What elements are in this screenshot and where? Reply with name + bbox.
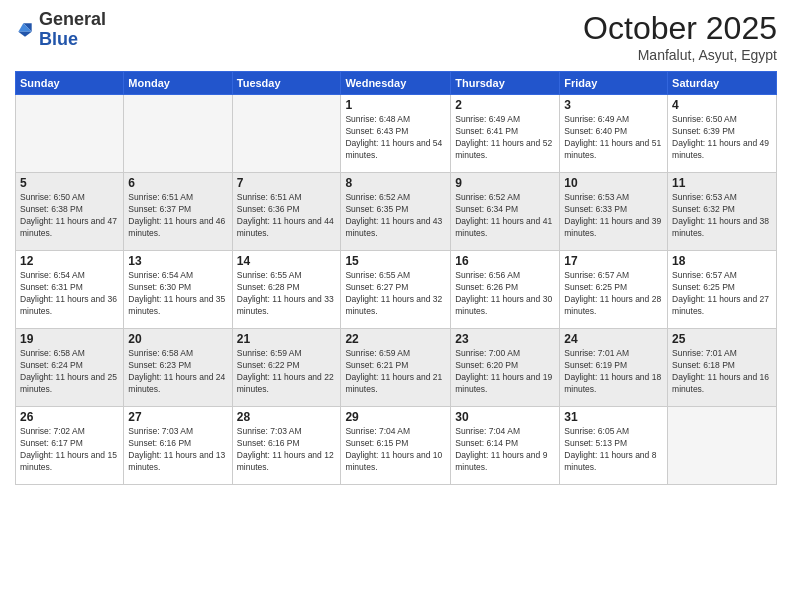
calendar-week-row: 1Sunrise: 6:48 AMSunset: 6:43 PMDaylight… [16, 95, 777, 173]
day-number: 26 [20, 410, 119, 424]
table-row: 12Sunrise: 6:54 AMSunset: 6:31 PMDayligh… [16, 251, 124, 329]
day-info: Sunrise: 7:02 AMSunset: 6:17 PMDaylight:… [20, 426, 119, 474]
sunset-text: Sunset: 6:34 PM [455, 204, 518, 214]
day-number: 15 [345, 254, 446, 268]
day-number: 1 [345, 98, 446, 112]
day-number: 17 [564, 254, 663, 268]
daylight-text: Daylight: 11 hours and 21 minutes. [345, 372, 442, 394]
daylight-text: Daylight: 11 hours and 49 minutes. [672, 138, 769, 160]
table-row: 10Sunrise: 6:53 AMSunset: 6:33 PMDayligh… [560, 173, 668, 251]
day-number: 20 [128, 332, 227, 346]
day-info: Sunrise: 6:49 AMSunset: 6:41 PMDaylight:… [455, 114, 555, 162]
sunrise-text: Sunrise: 6:59 AM [345, 348, 410, 358]
sunrise-text: Sunrise: 6:58 AM [20, 348, 85, 358]
day-number: 18 [672, 254, 772, 268]
day-info: Sunrise: 7:01 AMSunset: 6:18 PMDaylight:… [672, 348, 772, 396]
daylight-text: Daylight: 11 hours and 43 minutes. [345, 216, 442, 238]
day-info: Sunrise: 6:51 AMSunset: 6:36 PMDaylight:… [237, 192, 337, 240]
day-info: Sunrise: 6:55 AMSunset: 6:27 PMDaylight:… [345, 270, 446, 318]
table-row: 6Sunrise: 6:51 AMSunset: 6:37 PMDaylight… [124, 173, 232, 251]
day-info: Sunrise: 7:03 AMSunset: 6:16 PMDaylight:… [237, 426, 337, 474]
sunrise-text: Sunrise: 6:53 AM [672, 192, 737, 202]
daylight-text: Daylight: 11 hours and 39 minutes. [564, 216, 661, 238]
day-info: Sunrise: 6:56 AMSunset: 6:26 PMDaylight:… [455, 270, 555, 318]
sunrise-text: Sunrise: 6:48 AM [345, 114, 410, 124]
sunrise-text: Sunrise: 7:04 AM [455, 426, 520, 436]
month-title: October 2025 [583, 10, 777, 47]
day-number: 21 [237, 332, 337, 346]
sunrise-text: Sunrise: 6:54 AM [128, 270, 193, 280]
day-info: Sunrise: 6:48 AMSunset: 6:43 PMDaylight:… [345, 114, 446, 162]
sunrise-text: Sunrise: 6:53 AM [564, 192, 629, 202]
daylight-text: Daylight: 11 hours and 8 minutes. [564, 450, 656, 472]
day-info: Sunrise: 6:57 AMSunset: 6:25 PMDaylight:… [564, 270, 663, 318]
day-info: Sunrise: 6:58 AMSunset: 6:24 PMDaylight:… [20, 348, 119, 396]
daylight-text: Daylight: 11 hours and 33 minutes. [237, 294, 334, 316]
location-title: Manfalut, Asyut, Egypt [583, 47, 777, 63]
sunrise-text: Sunrise: 6:50 AM [20, 192, 85, 202]
day-number: 13 [128, 254, 227, 268]
logo-blue: Blue [39, 29, 78, 49]
calendar-header-row: Sunday Monday Tuesday Wednesday Thursday… [16, 72, 777, 95]
sunset-text: Sunset: 6:35 PM [345, 204, 408, 214]
sunset-text: Sunset: 6:23 PM [128, 360, 191, 370]
sunset-text: Sunset: 6:17 PM [20, 438, 83, 448]
sunrise-text: Sunrise: 6:59 AM [237, 348, 302, 358]
sunset-text: Sunset: 5:13 PM [564, 438, 627, 448]
header: General Blue October 2025 Manfalut, Asyu… [15, 10, 777, 63]
table-row: 22Sunrise: 6:59 AMSunset: 6:21 PMDayligh… [341, 329, 451, 407]
sunset-text: Sunset: 6:41 PM [455, 126, 518, 136]
sunrise-text: Sunrise: 6:51 AM [237, 192, 302, 202]
sunrise-text: Sunrise: 7:01 AM [564, 348, 629, 358]
table-row: 26Sunrise: 7:02 AMSunset: 6:17 PMDayligh… [16, 407, 124, 485]
table-row: 8Sunrise: 6:52 AMSunset: 6:35 PMDaylight… [341, 173, 451, 251]
col-friday: Friday [560, 72, 668, 95]
day-number: 31 [564, 410, 663, 424]
day-number: 29 [345, 410, 446, 424]
table-row: 18Sunrise: 6:57 AMSunset: 6:25 PMDayligh… [668, 251, 777, 329]
daylight-text: Daylight: 11 hours and 16 minutes. [672, 372, 769, 394]
daylight-text: Daylight: 11 hours and 13 minutes. [128, 450, 225, 472]
day-number: 24 [564, 332, 663, 346]
sunrise-text: Sunrise: 6:57 AM [564, 270, 629, 280]
day-number: 4 [672, 98, 772, 112]
sunset-text: Sunset: 6:32 PM [672, 204, 735, 214]
day-number: 14 [237, 254, 337, 268]
day-info: Sunrise: 6:50 AMSunset: 6:39 PMDaylight:… [672, 114, 772, 162]
table-row [232, 95, 341, 173]
col-monday: Monday [124, 72, 232, 95]
sunrise-text: Sunrise: 6:50 AM [672, 114, 737, 124]
sunset-text: Sunset: 6:15 PM [345, 438, 408, 448]
daylight-text: Daylight: 11 hours and 25 minutes. [20, 372, 117, 394]
day-number: 8 [345, 176, 446, 190]
day-info: Sunrise: 6:52 AMSunset: 6:35 PMDaylight:… [345, 192, 446, 240]
table-row [124, 95, 232, 173]
day-info: Sunrise: 6:05 AMSunset: 5:13 PMDaylight:… [564, 426, 663, 474]
daylight-text: Daylight: 11 hours and 47 minutes. [20, 216, 117, 238]
daylight-text: Daylight: 11 hours and 24 minutes. [128, 372, 225, 394]
day-number: 9 [455, 176, 555, 190]
page: General Blue October 2025 Manfalut, Asyu… [0, 0, 792, 612]
sunset-text: Sunset: 6:27 PM [345, 282, 408, 292]
day-info: Sunrise: 6:53 AMSunset: 6:33 PMDaylight:… [564, 192, 663, 240]
calendar-week-row: 12Sunrise: 6:54 AMSunset: 6:31 PMDayligh… [16, 251, 777, 329]
sunrise-text: Sunrise: 7:03 AM [237, 426, 302, 436]
sunrise-text: Sunrise: 7:01 AM [672, 348, 737, 358]
sunrise-text: Sunrise: 6:49 AM [455, 114, 520, 124]
daylight-text: Daylight: 11 hours and 41 minutes. [455, 216, 552, 238]
sunset-text: Sunset: 6:33 PM [564, 204, 627, 214]
table-row: 11Sunrise: 6:53 AMSunset: 6:32 PMDayligh… [668, 173, 777, 251]
daylight-text: Daylight: 11 hours and 32 minutes. [345, 294, 442, 316]
daylight-text: Daylight: 11 hours and 52 minutes. [455, 138, 552, 160]
table-row: 14Sunrise: 6:55 AMSunset: 6:28 PMDayligh… [232, 251, 341, 329]
day-info: Sunrise: 6:55 AMSunset: 6:28 PMDaylight:… [237, 270, 337, 318]
sunrise-text: Sunrise: 6:52 AM [345, 192, 410, 202]
sunset-text: Sunset: 6:36 PM [237, 204, 300, 214]
daylight-text: Daylight: 11 hours and 46 minutes. [128, 216, 225, 238]
sunrise-text: Sunrise: 7:04 AM [345, 426, 410, 436]
day-number: 7 [237, 176, 337, 190]
day-number: 12 [20, 254, 119, 268]
daylight-text: Daylight: 11 hours and 9 minutes. [455, 450, 547, 472]
daylight-text: Daylight: 11 hours and 30 minutes. [455, 294, 552, 316]
day-info: Sunrise: 7:00 AMSunset: 6:20 PMDaylight:… [455, 348, 555, 396]
